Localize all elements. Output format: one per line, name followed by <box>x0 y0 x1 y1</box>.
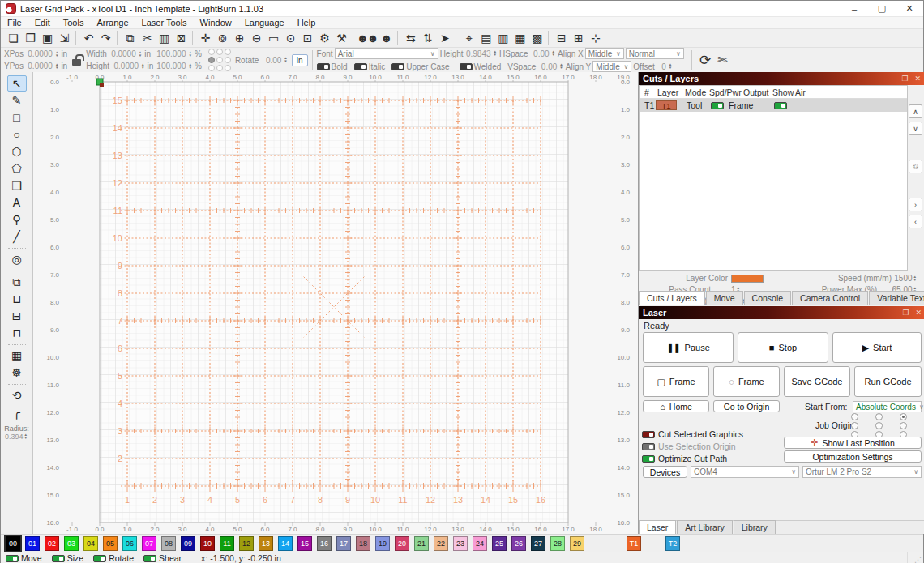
palette-swatch-29[interactable]: 29 <box>570 536 584 551</box>
palette-swatch-03[interactable]: 03 <box>64 536 79 551</box>
text-height-spinner[interactable]: ▲▼ <box>494 50 497 57</box>
palette-swatch-01[interactable]: 01 <box>25 536 40 551</box>
palette-swatch-23[interactable]: 23 <box>453 536 468 551</box>
settings-icon[interactable]: ⚙ <box>315 30 332 47</box>
ellipse-tool[interactable]: ○ <box>7 126 27 143</box>
palette-swatch-21[interactable]: 21 <box>414 536 429 551</box>
start-from-combo[interactable]: Absolute Coords∨ <box>853 401 922 412</box>
column-header-mode[interactable]: Mode <box>685 87 706 97</box>
position-tool[interactable]: ⚲ <box>7 211 27 228</box>
width-field[interactable]: 0.0000 <box>109 49 136 58</box>
palette-swatch-05[interactable]: 05 <box>103 536 118 551</box>
node-tool[interactable]: ❑ <box>7 177 27 194</box>
width-percent-field[interactable]: 100.000 <box>156 49 186 58</box>
palette-swatch-T1[interactable]: T1 <box>627 536 641 551</box>
palette-swatch-09[interactable]: 09 <box>181 536 195 551</box>
height-spinner[interactable]: ▲▼ <box>141 63 144 70</box>
palette-swatch-26[interactable]: 26 <box>511 536 526 551</box>
uppercase-toggle[interactable] <box>391 63 404 70</box>
pentagon-tool[interactable]: ⬠ <box>7 160 27 177</box>
paste-icon[interactable]: ▥ <box>155 30 172 47</box>
job-origin-radio-0-2[interactable] <box>900 413 907 420</box>
zoom-drag-icon[interactable]: ⊚ <box>213 30 230 47</box>
circle-array-tool[interactable]: ☸ <box>7 365 27 381</box>
object-origin-selector[interactable] <box>208 49 232 72</box>
column-header-output[interactable]: Output <box>743 87 769 97</box>
corner-tool[interactable]: ╭ <box>7 404 27 420</box>
optimize-cut-path-toggle[interactable] <box>642 455 655 463</box>
hspace-spinner[interactable]: ▲▼ <box>552 50 555 57</box>
status-toggle-rotate[interactable]: Rotate <box>93 553 134 563</box>
units-button[interactable]: in <box>292 54 308 66</box>
palette-swatch-27[interactable]: 27 <box>531 536 545 551</box>
rotate-spinner[interactable]: ▲▼ <box>284 57 287 63</box>
height-field[interactable]: 0.0000 <box>111 62 139 70</box>
palette-swatch-04[interactable]: 04 <box>83 536 98 551</box>
status-toggle-shear[interactable]: Shear <box>143 553 182 563</box>
weld-tool[interactable]: ⧉ <box>7 274 27 290</box>
preview-icon[interactable]: ⊡ <box>298 30 315 47</box>
workspace-canvas[interactable]: -1.00.01.02.03.04.05.06.07.08.09.010.011… <box>33 72 638 534</box>
text-tool[interactable]: A <box>7 194 27 211</box>
redo-icon[interactable]: ↷ <box>96 30 113 47</box>
tab-console[interactable]: Console <box>744 291 792 305</box>
float-panel-icon[interactable]: ❐ <box>901 75 908 83</box>
run-gcode-button[interactable]: Run GCode <box>854 366 922 397</box>
zoom-in-icon[interactable]: ⊕ <box>230 30 247 47</box>
menu-laser-tools[interactable]: Laser Tools <box>135 18 194 28</box>
layer-color-chip[interactable]: T1 <box>656 100 677 110</box>
tab-art-library[interactable]: Art Library <box>677 520 732 534</box>
palette-swatch-07[interactable]: 07 <box>142 536 156 551</box>
status-toggle-size[interactable]: Size <box>52 553 83 563</box>
distribute-v-icon[interactable]: ▩ <box>528 30 545 47</box>
device-combo[interactable]: Ortur LM 2 Pro S2∨ <box>802 466 922 478</box>
vspace-spinner[interactable]: ▲▼ <box>559 63 563 70</box>
menu-arrange[interactable]: Arrange <box>90 18 135 28</box>
panel-collapse-right-button[interactable]: › <box>909 198 922 211</box>
align-h-icon[interactable]: ▤ <box>477 30 494 47</box>
menu-tools[interactable]: Tools <box>57 18 91 28</box>
radius-spinner[interactable]: ▲▼ <box>24 433 28 440</box>
hspace-field[interactable]: 0.00 <box>530 49 550 58</box>
layer-row[interactable]: T1 T1 Tool Frame <box>640 99 907 112</box>
center-sel-icon[interactable]: ⊞ <box>569 30 586 47</box>
menu-file[interactable]: File <box>1 18 28 28</box>
status-toggle-move[interactable]: Move <box>6 553 42 563</box>
bold-toggle[interactable] <box>317 63 330 70</box>
camera-icon[interactable]: ⊙ <box>281 30 298 47</box>
maximize-button[interactable]: ▢ <box>868 1 896 16</box>
user-icon[interactable]: ☻ <box>377 30 394 47</box>
palette-swatch-24[interactable]: 24 <box>473 536 487 551</box>
delete-layer-button[interactable]: ♲ <box>909 160 922 173</box>
palette-swatch-06[interactable]: 06 <box>122 536 137 551</box>
undo-icon[interactable]: ↶ <box>79 30 96 47</box>
device-tools-icon[interactable]: ⚒ <box>332 30 349 47</box>
goto-origin-button[interactable]: Go to Origin <box>713 400 780 412</box>
show-last-position-button[interactable]: ✛Show Last Position <box>784 437 922 449</box>
vspace-field[interactable]: 0.00 <box>537 62 557 71</box>
last-pos-icon[interactable]: ⊹ <box>586 30 603 47</box>
offset-spinner[interactable]: ▲▼ <box>669 63 672 70</box>
draw-tool[interactable]: ✎ <box>7 92 27 109</box>
italic-toggle[interactable] <box>354 63 367 70</box>
move-laser-icon[interactable]: ⊟ <box>552 30 569 47</box>
cut-selected-toggle[interactable] <box>642 431 655 438</box>
save-file-icon[interactable]: ▣ <box>38 30 55 47</box>
panel-collapse-left-button[interactable]: ‹ <box>909 215 922 228</box>
column-header-layer[interactable]: Layer <box>657 87 678 97</box>
delete-icon[interactable]: ⊠ <box>172 30 189 47</box>
palette-swatch-11[interactable]: 11 <box>220 536 234 551</box>
union-tool[interactable]: ⊔ <box>7 291 27 307</box>
job-origin-radio-1-0[interactable] <box>851 422 858 429</box>
text-height-field[interactable]: 0.9843 <box>465 49 491 58</box>
start-button[interactable]: ▶Start <box>832 332 922 363</box>
palette-swatch-19[interactable]: 19 <box>375 536 390 551</box>
palette-swatch-T2[interactable]: T2 <box>665 536 680 551</box>
devices-button[interactable]: Devices <box>643 466 687 478</box>
align-v-icon[interactable]: ▥ <box>494 30 511 47</box>
float-panel-icon[interactable]: ❐ <box>902 309 909 317</box>
home-button[interactable]: ⌂Home <box>643 400 709 412</box>
tab-camera-control[interactable]: Camera Control <box>792 291 868 305</box>
column-header-[interactable]: # <box>644 87 649 97</box>
tab-move[interactable]: Move <box>706 291 743 305</box>
